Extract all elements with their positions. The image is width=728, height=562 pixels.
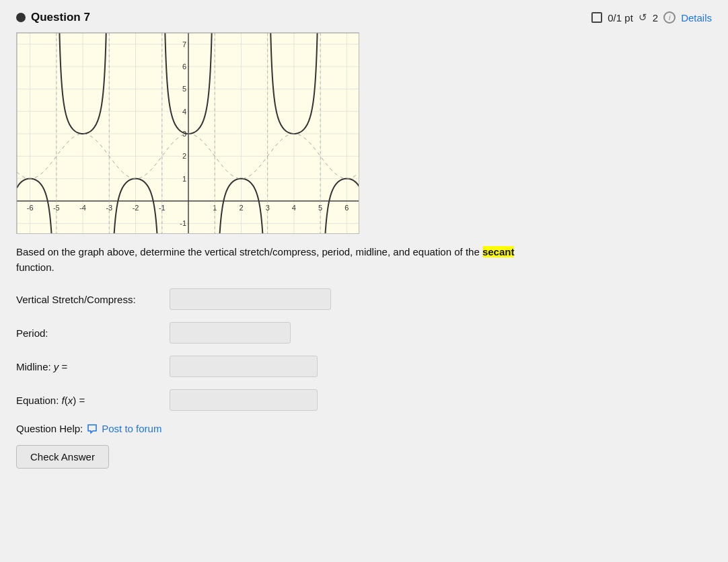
question-help-label: Question Help: — [16, 423, 83, 434]
question-number: Question 7 — [31, 11, 90, 24]
score-value: 0/1 pt — [608, 12, 633, 24]
secant-word: secant — [482, 246, 515, 257]
equation-label: Equation: f(x) = — [16, 395, 164, 406]
midline-label: Midline: y = — [16, 361, 164, 372]
post-to-forum-link[interactable]: Post to forum — [102, 423, 161, 434]
midline-row: Midline: y = — [16, 356, 712, 377]
period-label: Period: — [16, 327, 164, 339]
check-answer-button[interactable]: Check Answer — [16, 445, 109, 469]
midline-input[interactable] — [170, 356, 318, 377]
score-info: 0/1 pt ↺ 2 i Details — [591, 11, 712, 24]
question-help-row: Question Help: Post to forum — [16, 423, 712, 434]
retry-count: 2 — [653, 12, 658, 24]
page: Question 7 0/1 pt ↺ 2 i Details Based on… — [0, 0, 728, 562]
graph-canvas — [17, 33, 359, 234]
vertical-stretch-input[interactable] — [170, 288, 331, 310]
undo-icon: ↺ — [639, 11, 647, 24]
header-row: Question 7 0/1 pt ↺ 2 i Details — [16, 11, 712, 24]
question-text-before: Based on the graph above, determine the … — [16, 246, 482, 257]
equation-row: Equation: f(x) = — [16, 389, 712, 411]
question-label: Question 7 — [16, 11, 90, 24]
equation-input[interactable] — [170, 389, 318, 411]
graph-container — [16, 32, 359, 234]
question-bullet — [16, 13, 26, 22]
period-input[interactable] — [170, 322, 291, 344]
question-text: Based on the graph above, determine the … — [16, 245, 541, 275]
vertical-stretch-row: Vertical Stretch/Compress: — [16, 288, 712, 310]
post-to-forum-icon — [87, 424, 98, 434]
vertical-stretch-label: Vertical Stretch/Compress: — [16, 294, 164, 305]
period-row: Period: — [16, 322, 712, 344]
question-text-after: function. — [16, 262, 54, 273]
details-link[interactable]: Details — [681, 12, 712, 24]
info-icon[interactable]: i — [663, 11, 676, 24]
checkbox-icon — [591, 12, 602, 23]
